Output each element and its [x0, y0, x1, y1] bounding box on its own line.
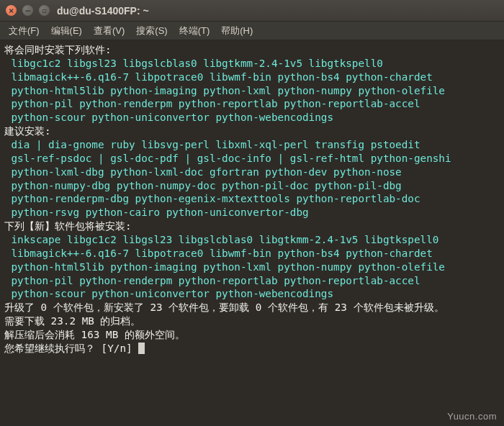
package-line: python-html5lib python-imaging python-lx… [4, 260, 500, 274]
heading-additional-install: 将会同时安装下列软件: [4, 44, 112, 55]
package-line: python-renderpm-dbg python-egenix-mxtext… [4, 192, 500, 206]
window-controls: × − ▫ [6, 5, 50, 16]
watermark: Yuucn.com [447, 411, 497, 422]
menu-view[interactable]: 查看(V) [89, 23, 129, 39]
package-line: dia | dia-gnome ruby libsvg-perl libxml-… [4, 138, 500, 152]
menu-help[interactable]: 帮助(H) [217, 23, 257, 39]
menu-edit[interactable]: 编辑(E) [47, 23, 86, 39]
package-line: python-html5lib python-imaging python-lx… [4, 84, 500, 98]
cursor-icon [138, 343, 145, 354]
package-line: python-rsvg python-cairo python-uniconve… [4, 206, 500, 219]
package-line: python-pil python-renderpm python-report… [4, 274, 500, 288]
package-line: gsl-ref-psdoc | gsl-doc-pdf | gsl-doc-in… [4, 152, 500, 166]
terminal-output[interactable]: 将会同时安装下列软件: libgc1c2 libgsl23 libgslcbla… [0, 40, 504, 426]
window-title: du@du-S1400FP: ~ [57, 5, 149, 17]
summary-line: 解压缩后会消耗 163 MB 的额外空间。 [4, 329, 185, 340]
menubar: 文件(F) 编辑(E) 查看(V) 搜索(S) 终端(T) 帮助(H) [0, 22, 504, 40]
summary-line: 升级了 0 个软件包，新安装了 23 个软件包，要卸载 0 个软件包，有 23 … [4, 302, 444, 313]
package-line: libmagick++-6.q16-7 libpotrace0 libwmf-b… [4, 247, 500, 260]
package-line: python-scour python-uniconvertor python-… [4, 111, 500, 124]
menu-file[interactable]: 文件(F) [4, 23, 44, 39]
close-icon[interactable]: × [6, 5, 17, 16]
package-line: python-lxml-dbg python-lxml-doc gfortran… [4, 166, 500, 179]
minimize-icon[interactable]: − [22, 5, 33, 16]
package-line: libmagick++-6.q16-7 libpotrace0 libwmf-b… [4, 71, 500, 84]
package-line: python-scour python-uniconvertor python-… [4, 287, 500, 301]
package-line: python-pil python-renderpm python-report… [4, 97, 500, 111]
package-line: libgc1c2 libgsl23 libgslcblas0 libgtkmm-… [4, 57, 500, 71]
confirm-prompt: 您希望继续执行吗？ [Y/n] [4, 343, 138, 354]
maximize-icon[interactable]: ▫ [39, 5, 50, 16]
window-titlebar: × − ▫ du@du-S1400FP: ~ [0, 0, 504, 22]
package-line: inkscape libgc1c2 libgsl23 libgslcblas0 … [4, 233, 500, 247]
menu-search[interactable]: 搜索(S) [132, 23, 171, 39]
package-line: python-numpy-dbg python-numpy-doc python… [4, 179, 500, 193]
summary-line: 需要下载 23.2 MB 的归档。 [4, 315, 140, 327]
heading-new-install: 下列【新】软件包将被安装: [4, 220, 132, 232]
heading-suggested: 建议安装: [4, 125, 51, 137]
menu-terminal[interactable]: 终端(T) [175, 23, 215, 39]
